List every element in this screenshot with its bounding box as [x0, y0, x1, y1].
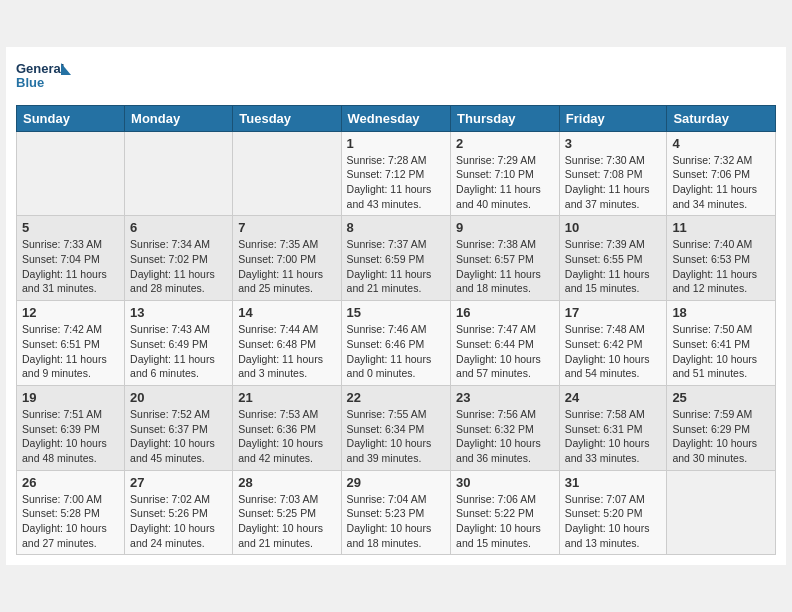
- day-info: Sunrise: 7:35 AM Sunset: 7:00 PM Dayligh…: [238, 237, 335, 296]
- day-number: 3: [565, 136, 662, 151]
- calendar-cell: [233, 131, 341, 216]
- day-number: 14: [238, 305, 335, 320]
- calendar-cell: 31Sunrise: 7:07 AM Sunset: 5:20 PM Dayli…: [559, 470, 667, 555]
- day-info: Sunrise: 7:52 AM Sunset: 6:37 PM Dayligh…: [130, 407, 227, 466]
- svg-text:Blue: Blue: [16, 75, 44, 90]
- calendar-cell: [17, 131, 125, 216]
- day-info: Sunrise: 7:40 AM Sunset: 6:53 PM Dayligh…: [672, 237, 770, 296]
- calendar-cell: 17Sunrise: 7:48 AM Sunset: 6:42 PM Dayli…: [559, 301, 667, 386]
- day-header-monday: Monday: [125, 105, 233, 131]
- day-header-wednesday: Wednesday: [341, 105, 451, 131]
- calendar-cell: 8Sunrise: 7:37 AM Sunset: 6:59 PM Daylig…: [341, 216, 451, 301]
- day-info: Sunrise: 7:39 AM Sunset: 6:55 PM Dayligh…: [565, 237, 662, 296]
- calendar-cell: 20Sunrise: 7:52 AM Sunset: 6:37 PM Dayli…: [125, 385, 233, 470]
- day-header-tuesday: Tuesday: [233, 105, 341, 131]
- day-info: Sunrise: 7:29 AM Sunset: 7:10 PM Dayligh…: [456, 153, 554, 212]
- day-info: Sunrise: 7:48 AM Sunset: 6:42 PM Dayligh…: [565, 322, 662, 381]
- day-number: 7: [238, 220, 335, 235]
- calendar-cell: 6Sunrise: 7:34 AM Sunset: 7:02 PM Daylig…: [125, 216, 233, 301]
- day-number: 8: [347, 220, 446, 235]
- day-number: 10: [565, 220, 662, 235]
- calendar-cell: 9Sunrise: 7:38 AM Sunset: 6:57 PM Daylig…: [451, 216, 560, 301]
- week-row-5: 26Sunrise: 7:00 AM Sunset: 5:28 PM Dayli…: [17, 470, 776, 555]
- calendar-cell: 16Sunrise: 7:47 AM Sunset: 6:44 PM Dayli…: [451, 301, 560, 386]
- day-info: Sunrise: 7:33 AM Sunset: 7:04 PM Dayligh…: [22, 237, 119, 296]
- day-number: 16: [456, 305, 554, 320]
- calendar-container: GeneralBlue SundayMondayTuesdayWednesday…: [6, 47, 786, 566]
- day-info: Sunrise: 7:56 AM Sunset: 6:32 PM Dayligh…: [456, 407, 554, 466]
- calendar-cell: 12Sunrise: 7:42 AM Sunset: 6:51 PM Dayli…: [17, 301, 125, 386]
- day-number: 17: [565, 305, 662, 320]
- calendar-cell: 29Sunrise: 7:04 AM Sunset: 5:23 PM Dayli…: [341, 470, 451, 555]
- day-info: Sunrise: 7:55 AM Sunset: 6:34 PM Dayligh…: [347, 407, 446, 466]
- calendar-cell: 5Sunrise: 7:33 AM Sunset: 7:04 PM Daylig…: [17, 216, 125, 301]
- day-number: 27: [130, 475, 227, 490]
- day-info: Sunrise: 7:03 AM Sunset: 5:25 PM Dayligh…: [238, 492, 335, 551]
- calendar-cell: 19Sunrise: 7:51 AM Sunset: 6:39 PM Dayli…: [17, 385, 125, 470]
- day-header-friday: Friday: [559, 105, 667, 131]
- day-info: Sunrise: 7:34 AM Sunset: 7:02 PM Dayligh…: [130, 237, 227, 296]
- day-info: Sunrise: 7:32 AM Sunset: 7:06 PM Dayligh…: [672, 153, 770, 212]
- day-info: Sunrise: 7:42 AM Sunset: 6:51 PM Dayligh…: [22, 322, 119, 381]
- day-number: 29: [347, 475, 446, 490]
- day-number: 18: [672, 305, 770, 320]
- day-number: 13: [130, 305, 227, 320]
- day-number: 11: [672, 220, 770, 235]
- calendar-header: GeneralBlue: [16, 57, 776, 97]
- calendar-cell: [667, 470, 776, 555]
- day-header-thursday: Thursday: [451, 105, 560, 131]
- day-info: Sunrise: 7:47 AM Sunset: 6:44 PM Dayligh…: [456, 322, 554, 381]
- calendar-cell: 18Sunrise: 7:50 AM Sunset: 6:41 PM Dayli…: [667, 301, 776, 386]
- day-info: Sunrise: 7:07 AM Sunset: 5:20 PM Dayligh…: [565, 492, 662, 551]
- day-info: Sunrise: 7:06 AM Sunset: 5:22 PM Dayligh…: [456, 492, 554, 551]
- calendar-table: SundayMondayTuesdayWednesdayThursdayFrid…: [16, 105, 776, 556]
- calendar-cell: 2Sunrise: 7:29 AM Sunset: 7:10 PM Daylig…: [451, 131, 560, 216]
- day-info: Sunrise: 7:50 AM Sunset: 6:41 PM Dayligh…: [672, 322, 770, 381]
- calendar-cell: 3Sunrise: 7:30 AM Sunset: 7:08 PM Daylig…: [559, 131, 667, 216]
- calendar-cell: 15Sunrise: 7:46 AM Sunset: 6:46 PM Dayli…: [341, 301, 451, 386]
- day-info: Sunrise: 7:00 AM Sunset: 5:28 PM Dayligh…: [22, 492, 119, 551]
- day-number: 19: [22, 390, 119, 405]
- calendar-cell: 28Sunrise: 7:03 AM Sunset: 5:25 PM Dayli…: [233, 470, 341, 555]
- day-info: Sunrise: 7:58 AM Sunset: 6:31 PM Dayligh…: [565, 407, 662, 466]
- calendar-cell: 4Sunrise: 7:32 AM Sunset: 7:06 PM Daylig…: [667, 131, 776, 216]
- week-row-1: 1Sunrise: 7:28 AM Sunset: 7:12 PM Daylig…: [17, 131, 776, 216]
- calendar-cell: 22Sunrise: 7:55 AM Sunset: 6:34 PM Dayli…: [341, 385, 451, 470]
- day-number: 24: [565, 390, 662, 405]
- day-info: Sunrise: 7:51 AM Sunset: 6:39 PM Dayligh…: [22, 407, 119, 466]
- calendar-cell: 14Sunrise: 7:44 AM Sunset: 6:48 PM Dayli…: [233, 301, 341, 386]
- day-info: Sunrise: 7:28 AM Sunset: 7:12 PM Dayligh…: [347, 153, 446, 212]
- calendar-cell: [125, 131, 233, 216]
- day-number: 31: [565, 475, 662, 490]
- calendar-cell: 26Sunrise: 7:00 AM Sunset: 5:28 PM Dayli…: [17, 470, 125, 555]
- day-number: 26: [22, 475, 119, 490]
- day-number: 15: [347, 305, 446, 320]
- calendar-cell: 23Sunrise: 7:56 AM Sunset: 6:32 PM Dayli…: [451, 385, 560, 470]
- day-header-sunday: Sunday: [17, 105, 125, 131]
- day-info: Sunrise: 7:44 AM Sunset: 6:48 PM Dayligh…: [238, 322, 335, 381]
- day-info: Sunrise: 7:53 AM Sunset: 6:36 PM Dayligh…: [238, 407, 335, 466]
- day-info: Sunrise: 7:59 AM Sunset: 6:29 PM Dayligh…: [672, 407, 770, 466]
- day-number: 2: [456, 136, 554, 151]
- calendar-cell: 21Sunrise: 7:53 AM Sunset: 6:36 PM Dayli…: [233, 385, 341, 470]
- day-number: 22: [347, 390, 446, 405]
- day-info: Sunrise: 7:37 AM Sunset: 6:59 PM Dayligh…: [347, 237, 446, 296]
- day-info: Sunrise: 7:38 AM Sunset: 6:57 PM Dayligh…: [456, 237, 554, 296]
- calendar-cell: 27Sunrise: 7:02 AM Sunset: 5:26 PM Dayli…: [125, 470, 233, 555]
- svg-text:General: General: [16, 61, 64, 76]
- day-number: 21: [238, 390, 335, 405]
- calendar-cell: 1Sunrise: 7:28 AM Sunset: 7:12 PM Daylig…: [341, 131, 451, 216]
- day-number: 20: [130, 390, 227, 405]
- day-number: 12: [22, 305, 119, 320]
- day-number: 5: [22, 220, 119, 235]
- calendar-cell: 7Sunrise: 7:35 AM Sunset: 7:00 PM Daylig…: [233, 216, 341, 301]
- day-number: 25: [672, 390, 770, 405]
- day-info: Sunrise: 7:04 AM Sunset: 5:23 PM Dayligh…: [347, 492, 446, 551]
- day-number: 23: [456, 390, 554, 405]
- days-header-row: SundayMondayTuesdayWednesdayThursdayFrid…: [17, 105, 776, 131]
- day-number: 4: [672, 136, 770, 151]
- svg-marker-2: [61, 63, 71, 75]
- day-number: 1: [347, 136, 446, 151]
- day-number: 30: [456, 475, 554, 490]
- calendar-cell: 24Sunrise: 7:58 AM Sunset: 6:31 PM Dayli…: [559, 385, 667, 470]
